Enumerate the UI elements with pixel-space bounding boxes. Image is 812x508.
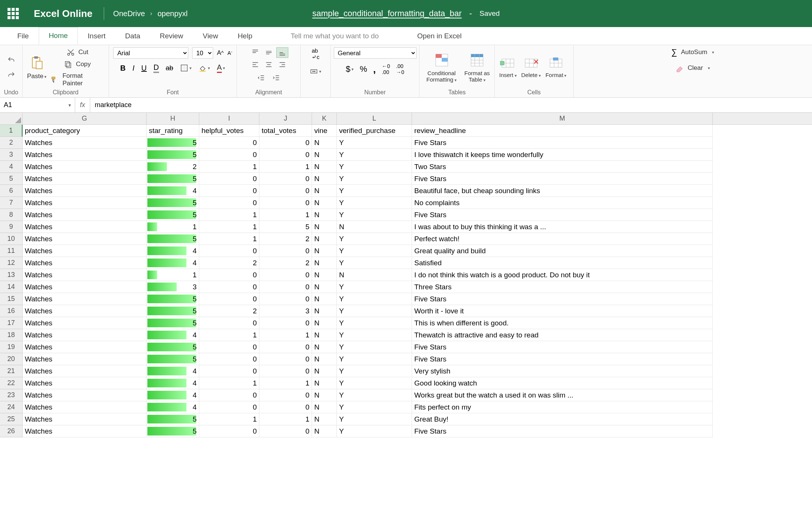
cell[interactable]: 0 [199, 185, 259, 197]
cell[interactable]: Watches [23, 233, 147, 245]
cell[interactable]: N [312, 329, 337, 341]
cell[interactable]: 0 [259, 281, 312, 293]
cell[interactable]: 0 [199, 317, 259, 329]
cell[interactable]: Watches [23, 257, 147, 269]
document-title[interactable]: sample_conditional_formatting_data_bar [312, 9, 462, 18]
cell[interactable]: I was about to buy this thinking it was … [412, 221, 713, 233]
cell[interactable]: Watches [23, 305, 147, 317]
cell[interactable]: 0 [199, 149, 259, 161]
cell[interactable]: Watches [23, 221, 147, 233]
font-color-button[interactable]: A [217, 63, 225, 73]
cell[interactable]: N [312, 173, 337, 185]
row-header[interactable]: 25 [0, 413, 23, 425]
cell[interactable]: Y [337, 149, 412, 161]
cell[interactable]: Y [337, 329, 412, 341]
borders-button[interactable] [180, 64, 192, 72]
cell[interactable]: N [312, 149, 337, 161]
row-header[interactable]: 2 [0, 137, 23, 149]
cell[interactable]: star_rating [147, 125, 199, 137]
cell[interactable]: total_votes [259, 125, 312, 137]
cell[interactable]: 4 [147, 389, 199, 401]
cell[interactable]: Watches [23, 317, 147, 329]
increase-indent-button[interactable] [272, 74, 280, 82]
cell[interactable]: 4 [147, 401, 199, 413]
cell[interactable]: Y [337, 161, 412, 173]
cell[interactable]: 1 [199, 161, 259, 173]
cut-button[interactable]: Cut [50, 48, 104, 56]
cell[interactable]: 4 [147, 257, 199, 269]
cell[interactable]: Great Buy! [412, 413, 713, 425]
cell[interactable]: 5 [147, 137, 199, 149]
cell[interactable]: I love thiswatch it keeps time wonderful… [412, 149, 713, 161]
cell[interactable]: Y [337, 305, 412, 317]
align-top-button[interactable] [249, 47, 261, 58]
cell[interactable]: N [312, 185, 337, 197]
cell[interactable]: Five Stars [412, 341, 713, 353]
cell[interactable]: 1 [199, 221, 259, 233]
cell[interactable]: 5 [147, 305, 199, 317]
paste-button[interactable] [29, 55, 44, 70]
cell[interactable]: 1 [147, 269, 199, 281]
breadcrumb-item[interactable]: OneDrive [113, 9, 145, 18]
cell[interactable]: 3 [147, 281, 199, 293]
cell[interactable]: Thewatch is attractive and easy to read [412, 329, 713, 341]
cell[interactable]: 4 [147, 377, 199, 389]
cell[interactable]: helpful_votes [199, 125, 259, 137]
cell[interactable]: Five Stars [412, 209, 713, 221]
merge-cells-button[interactable] [310, 67, 321, 76]
increase-decimal-button[interactable]: ←0.00 [382, 63, 390, 75]
cell[interactable]: Satisfied [412, 257, 713, 269]
insert-cells-button[interactable]: Insert [499, 57, 517, 78]
cell[interactable]: Worth it - love it [412, 305, 713, 317]
cell[interactable]: N [312, 209, 337, 221]
cell[interactable]: 5 [147, 425, 199, 437]
cell[interactable]: 0 [199, 173, 259, 185]
cell[interactable]: N [312, 197, 337, 209]
cell[interactable]: N [312, 341, 337, 353]
decrease-decimal-button[interactable]: .00→0 [396, 63, 404, 75]
breadcrumb-item[interactable]: openpyxl [158, 9, 188, 18]
cell[interactable]: Watches [23, 197, 147, 209]
cell[interactable]: N [312, 317, 337, 329]
row-header[interactable]: 16 [0, 305, 23, 317]
shrink-font-button[interactable]: Aˇ [227, 50, 232, 56]
font-size-select[interactable]: 10 [192, 47, 213, 59]
row-header[interactable]: 18 [0, 329, 23, 341]
row-header[interactable]: 23 [0, 389, 23, 401]
cell[interactable]: 0 [199, 401, 259, 413]
cell[interactable]: 5 [147, 209, 199, 221]
cell[interactable]: Beautiful face, but cheap sounding links [412, 185, 713, 197]
cell[interactable]: N [312, 425, 337, 437]
cell[interactable]: Y [337, 377, 412, 389]
row-header[interactable]: 11 [0, 245, 23, 257]
cell[interactable]: 1 [199, 377, 259, 389]
cell[interactable]: Y [337, 185, 412, 197]
tab-data[interactable]: Data [115, 27, 150, 45]
cell[interactable]: Watches [23, 401, 147, 413]
cell[interactable]: Y [337, 401, 412, 413]
align-right-button[interactable] [276, 59, 288, 70]
cell[interactable]: N [312, 257, 337, 269]
cell[interactable]: 5 [147, 353, 199, 365]
select-all-corner[interactable] [0, 113, 23, 124]
cell[interactable]: 2 [147, 161, 199, 173]
align-center-button[interactable] [263, 59, 275, 70]
conditional-formatting-button[interactable]: Conditional Formatting [424, 53, 459, 83]
cell[interactable]: Y [337, 353, 412, 365]
italic-button[interactable]: I [132, 64, 135, 73]
paste-label[interactable]: Paste [27, 73, 47, 80]
fx-icon[interactable]: fx [75, 98, 90, 112]
cell[interactable]: Watches [23, 425, 147, 437]
cell[interactable]: 1 [259, 377, 312, 389]
align-middle-button[interactable] [263, 47, 275, 58]
cell[interactable]: N [312, 365, 337, 377]
cell[interactable]: Watches [23, 137, 147, 149]
row-header[interactable]: 26 [0, 425, 23, 437]
cell[interactable]: Y [337, 341, 412, 353]
cell[interactable]: 0 [199, 341, 259, 353]
tell-me-search[interactable]: Tell me what you want to do [281, 32, 388, 40]
strikethrough-button[interactable]: ab [166, 64, 173, 72]
cell[interactable]: Five Stars [412, 173, 713, 185]
cell[interactable]: 5 [259, 221, 312, 233]
cell[interactable]: 0 [259, 137, 312, 149]
